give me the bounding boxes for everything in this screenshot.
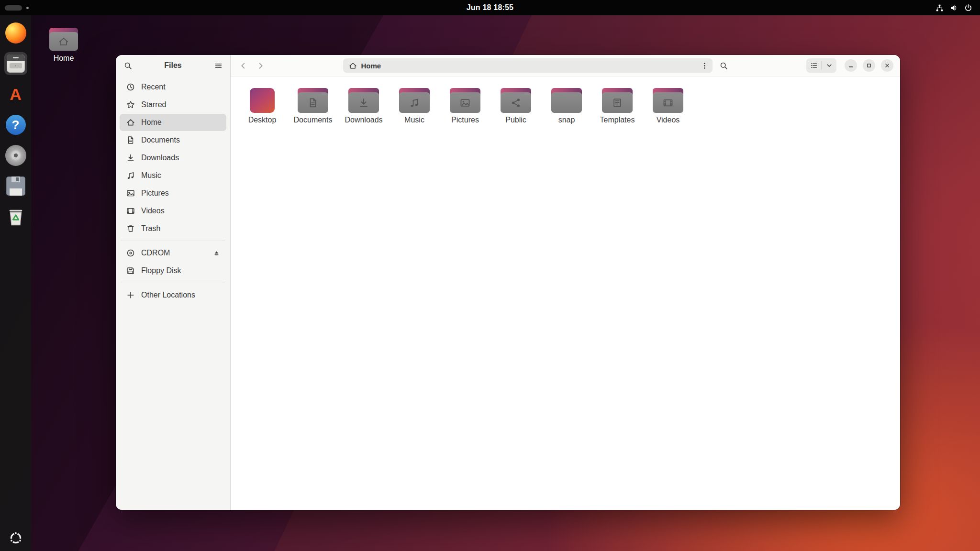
list-view-button[interactable] — [806, 58, 821, 73]
music-icon — [126, 171, 135, 180]
dock-item-firefox[interactable] — [4, 22, 27, 44]
desktop-gradient-icon — [250, 87, 275, 113]
video-icon — [126, 207, 135, 215]
folder-item-music[interactable]: Music — [390, 85, 439, 126]
minimize-button[interactable] — [845, 59, 857, 72]
desktop-home-shortcut[interactable]: Home — [47, 28, 80, 63]
folder-item-templates[interactable]: Templates — [592, 85, 642, 126]
folder-icon — [602, 87, 633, 113]
dock-item-app-center[interactable]: A — [4, 83, 27, 106]
cdrom-icon — [5, 145, 26, 166]
sidebar-item-other-locations[interactable]: Other Locations — [120, 287, 226, 304]
dock-item-cdrom[interactable] — [4, 144, 27, 167]
download-emblem-icon — [358, 98, 369, 108]
sidebar-item-recent[interactable]: Recent — [120, 78, 226, 96]
folder-label: Desktop — [248, 116, 277, 124]
music-emblem-icon — [409, 98, 420, 108]
maximize-icon — [866, 62, 872, 69]
folder-item-videos[interactable]: Videos — [643, 85, 693, 126]
kebab-menu-icon — [701, 62, 709, 70]
help-icon: ? — [6, 115, 26, 135]
home-folder-icon — [49, 28, 78, 51]
activities-indicator[interactable] — [5, 5, 22, 11]
desktop-shortcut-label: Home — [54, 54, 74, 63]
sidebar-item-label: Starred — [141, 100, 166, 109]
sidebar-divider — [121, 283, 225, 283]
sidebar-item-cdrom[interactable]: CDROM — [120, 244, 226, 262]
dock-item-trash[interactable] — [4, 205, 27, 228]
trash-icon — [6, 206, 25, 227]
document-emblem-icon — [308, 98, 318, 108]
picture-emblem-icon — [460, 98, 470, 108]
sidebar-item-label: Pictures — [141, 189, 169, 198]
sidebar-item-label: Trash — [141, 224, 160, 233]
dock: A? — [0, 15, 31, 551]
sidebar-item-label: Documents — [141, 136, 180, 144]
sidebar-item-label: CDROM — [141, 249, 170, 257]
sidebar-item-floppy-disk[interactable]: Floppy Disk — [120, 262, 226, 279]
folder-item-snap[interactable]: snap — [542, 85, 591, 126]
folder-item-public[interactable]: Public — [491, 85, 541, 126]
folder-icon — [450, 87, 480, 113]
folder-icon — [551, 87, 582, 113]
files-icon — [7, 55, 25, 73]
folder-label: Downloads — [345, 116, 382, 124]
sidebar-search-button[interactable] — [120, 58, 135, 73]
folder-item-desktop[interactable]: Desktop — [237, 85, 287, 126]
main-menu-button[interactable] — [211, 58, 226, 73]
folder-item-pictures[interactable]: Pictures — [440, 85, 490, 126]
view-toggle-group — [806, 58, 836, 73]
share-emblem-icon — [511, 98, 521, 108]
folder-item-downloads[interactable]: Downloads — [339, 85, 389, 126]
star-icon — [126, 100, 135, 109]
dock-item-help[interactable]: ? — [4, 113, 27, 136]
folder-item-documents[interactable]: Documents — [288, 85, 338, 126]
sidebar-item-videos[interactable]: Videos — [120, 202, 226, 220]
sidebar-header: Files — [116, 55, 230, 76]
folder-label: Music — [404, 116, 424, 124]
eject-button[interactable] — [210, 247, 223, 259]
sidebar-item-trash[interactable]: Trash — [120, 220, 226, 237]
sidebar-item-documents[interactable]: Documents — [120, 132, 226, 149]
folder-icon — [298, 87, 328, 113]
folder-label: Documents — [294, 116, 333, 124]
forward-button[interactable] — [253, 58, 268, 73]
sidebar-item-label: Other Locations — [141, 291, 195, 299]
dock-item-files[interactable] — [4, 52, 27, 75]
sidebar-item-downloads[interactable]: Downloads — [120, 149, 226, 166]
location-menu-button[interactable] — [699, 59, 711, 72]
clock[interactable]: Jun 18 18:55 — [467, 3, 513, 12]
sidebar-item-home[interactable]: Home — [120, 114, 226, 131]
list-view-icon — [810, 62, 818, 69]
back-arrow-icon — [239, 62, 247, 70]
sidebar-divider — [121, 241, 225, 241]
sidebar: Files RecentStarredHomeDocumentsDownload… — [116, 55, 231, 510]
window-controls — [845, 59, 895, 72]
back-button[interactable] — [235, 58, 251, 73]
sidebar-item-label: Recent — [141, 83, 166, 91]
sidebar-item-starred[interactable]: Starred — [120, 96, 226, 113]
sidebar-item-music[interactable]: Music — [120, 167, 226, 184]
view-options-button[interactable] — [822, 58, 836, 73]
folder-icon — [399, 87, 430, 113]
search-icon — [720, 62, 728, 70]
system-status-area[interactable] — [935, 4, 980, 12]
close-button[interactable] — [881, 59, 893, 72]
search-icon — [124, 62, 132, 70]
picture-icon — [126, 189, 135, 198]
sidebar-item-label: Music — [141, 171, 161, 180]
ubuntu-logo-icon[interactable] — [8, 530, 23, 546]
folder-icon — [348, 87, 379, 113]
home-icon — [58, 36, 69, 47]
file-grid: DesktopDocumentsDownloadsMusicPicturesPu… — [231, 77, 900, 510]
indicator-dot — [26, 7, 29, 9]
sidebar-item-label: Home — [141, 118, 162, 127]
plus-icon — [126, 291, 135, 299]
files-window: Files RecentStarredHomeDocumentsDownload… — [116, 55, 900, 510]
location-bar[interactable]: Home — [343, 58, 713, 73]
search-button[interactable] — [716, 58, 732, 73]
sidebar-item-pictures[interactable]: Pictures — [120, 185, 226, 202]
dock-item-floppy[interactable] — [4, 175, 27, 198]
folder-icon — [653, 87, 683, 113]
maximize-button[interactable] — [863, 59, 875, 72]
